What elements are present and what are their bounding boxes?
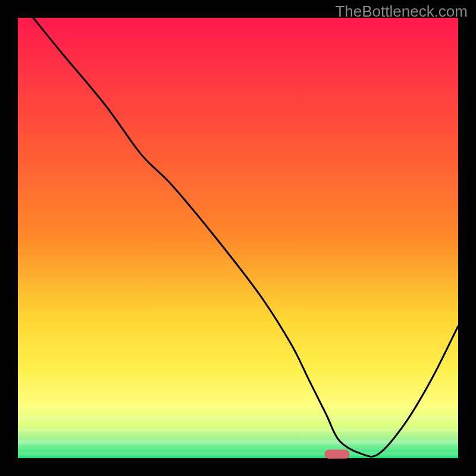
svg-rect-6 [18,452,458,456]
watermark-text: TheBottleneck.com [335,2,468,21]
svg-rect-0 [18,416,458,420]
target-pill [325,450,350,459]
svg-rect-2 [18,428,458,432]
svg-rect-5 [18,446,458,450]
svg-rect-1 [18,422,458,426]
chart-container: TheBottleneck.com [0,0,476,476]
chart-svg [0,0,476,476]
svg-rect-3 [18,434,458,438]
plot-background [18,18,458,458]
